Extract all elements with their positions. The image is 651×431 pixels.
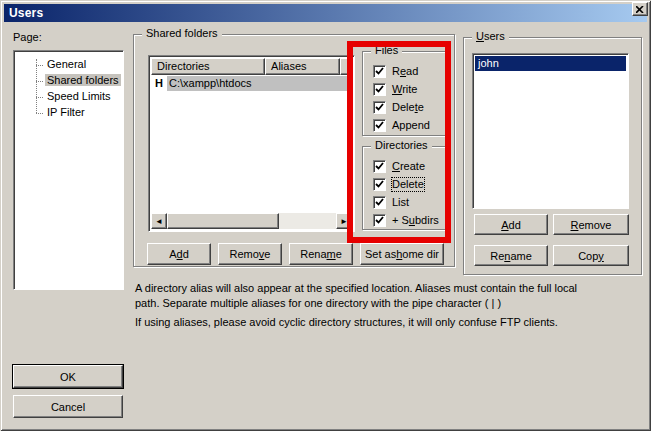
users-add-button[interactable]: Add [474, 214, 548, 235]
set-as-home-dir-button[interactable]: Set as home dir [360, 243, 444, 265]
checkbox-row-delete-files[interactable]: Delete [373, 100, 424, 114]
tree-item-shared-folders[interactable]: Shared folders [16, 73, 121, 89]
tree-item-speed-limits[interactable]: Speed Limits [16, 89, 121, 105]
scrollbar-thumb[interactable] [167, 213, 279, 229]
help-text-line2: path. Separate multiple aliases for one … [135, 297, 501, 309]
list-checkbox[interactable] [373, 196, 386, 209]
directories-group: Directories Create Delete List + Subdirs [362, 146, 447, 230]
shared-folders-group-label: Shared folders [142, 27, 222, 39]
write-label: Write [392, 83, 417, 96]
users-remove-button[interactable]: Remove [553, 214, 629, 235]
users-dialog: Users Page: General Shared folders Speed… [0, 0, 651, 431]
write-checkbox[interactable] [373, 83, 386, 96]
page-label: Page: [13, 31, 42, 43]
help-text-line3: If using aliases, please avoid cyclic di… [135, 316, 558, 328]
tree-item-general[interactable]: General [16, 57, 121, 73]
create-label: Create [392, 160, 425, 173]
close-button[interactable] [632, 2, 648, 16]
list-label: List [392, 196, 409, 209]
append-checkbox[interactable] [373, 119, 386, 132]
directories-listview: Directories Aliases H C:\xampp\htdocs ◄ … [148, 55, 355, 232]
users-group-label: Users [472, 30, 509, 42]
arrow-left-icon: ◄ [155, 217, 163, 226]
users-listbox: john [472, 53, 629, 209]
read-checkbox[interactable] [373, 65, 386, 78]
delete-files-label: Delete [392, 101, 424, 114]
shared-rename-button[interactable]: Rename [289, 243, 353, 265]
directory-path: C:\xampp\htdocs [167, 76, 352, 91]
close-icon [636, 6, 644, 13]
users-copy-button[interactable]: Copy [553, 245, 629, 266]
subdirs-label: + Subdirs [392, 214, 439, 227]
check-icon [375, 198, 384, 207]
title-bar[interactable]: Users [4, 4, 647, 22]
check-icon [375, 85, 384, 94]
column-header-filler [340, 58, 352, 75]
cancel-button[interactable]: Cancel [13, 395, 123, 418]
tree-item-ip-filter[interactable]: IP Filter [16, 105, 121, 121]
checkbox-row-write[interactable]: Write [373, 82, 417, 96]
create-checkbox[interactable] [373, 160, 386, 173]
listview-header: Directories Aliases [151, 58, 352, 75]
column-header-aliases[interactable]: Aliases [265, 58, 340, 75]
delete-dirs-label: Delete [392, 178, 424, 191]
window-title: Users [9, 6, 43, 20]
checkbox-row-append[interactable]: Append [373, 118, 430, 132]
checkbox-row-delete-dirs[interactable]: Delete [373, 177, 424, 191]
page-tree-list: General Shared folders Speed Limits IP F… [16, 53, 121, 287]
append-label: Append [392, 119, 430, 132]
files-group: Files Read Write Delete Append [362, 51, 447, 136]
check-icon [375, 180, 384, 189]
scroll-left-button[interactable]: ◄ [151, 213, 167, 229]
check-icon [375, 103, 384, 112]
horizontal-scrollbar[interactable]: ◄ ► [151, 213, 352, 229]
check-icon [375, 121, 384, 130]
check-icon [375, 67, 384, 76]
ok-button[interactable]: OK [13, 365, 123, 388]
checkbox-row-read[interactable]: Read [373, 64, 418, 78]
check-icon [375, 216, 384, 225]
files-group-label: Files [371, 44, 402, 56]
directories-group-label: Directories [371, 139, 432, 151]
arrow-right-icon: ► [340, 217, 348, 226]
users-rename-button[interactable]: Rename [474, 245, 548, 266]
shared-remove-button[interactable]: Remove [218, 243, 282, 265]
user-row-john[interactable]: john [475, 56, 626, 71]
scrollbar-track[interactable] [279, 213, 336, 229]
checkbox-row-subdirs[interactable]: + Subdirs [373, 213, 439, 227]
check-icon [375, 162, 384, 171]
checkbox-row-create[interactable]: Create [373, 159, 425, 173]
help-text-line1: A directory alias will also appear at th… [135, 282, 577, 294]
delete-files-checkbox[interactable] [373, 101, 386, 114]
delete-dirs-checkbox[interactable] [373, 178, 386, 191]
home-flag: H [151, 76, 167, 91]
page-tree: General Shared folders Speed Limits IP F… [13, 50, 124, 290]
shared-add-button[interactable]: Add [147, 243, 211, 265]
subdirs-checkbox[interactable] [373, 214, 386, 227]
column-header-directories[interactable]: Directories [151, 58, 265, 75]
checkbox-row-list[interactable]: List [373, 195, 409, 209]
read-label: Read [392, 65, 418, 78]
scroll-right-button[interactable]: ► [336, 213, 352, 229]
directory-row[interactable]: H C:\xampp\htdocs [151, 75, 352, 91]
